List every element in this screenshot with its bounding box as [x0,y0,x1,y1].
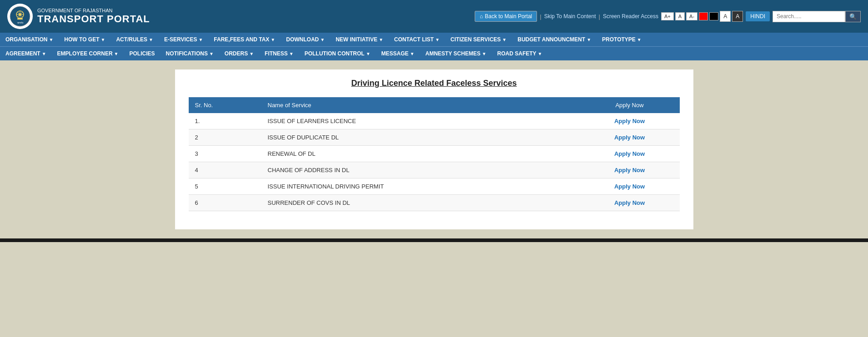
table-row: 3 RENEWAL OF DL Apply Now [189,146,680,162]
apply-now-link[interactable]: Apply Now [614,167,645,173]
caret-icon: ▼ [209,51,214,56]
cell-service: ISSUE INTERNATIONAL DRIVING PERMIT [261,178,580,195]
service-table: Sr. No. Name of Service Apply Now 1. ISS… [189,97,680,211]
cell-sr: 3 [189,146,261,162]
table-row: 5 ISSUE INTERNATIONAL DRIVING PERMIT App… [189,178,680,195]
apply-now-link[interactable]: Apply Now [614,150,645,157]
cell-sr: 4 [189,162,261,178]
caret-icon: ▼ [502,37,507,42]
font-normal-button[interactable]: A [675,12,685,20]
nav-item-citizen-services[interactable]: CITIZEN SERVICES ▼ [445,33,512,46]
header-right: ⌂ Back to Main Portal | Skip To Main Con… [475,11,861,22]
govt-label: GOVERNMENT OF RAJASTHAN [37,8,150,13]
apply-now-link[interactable]: Apply Now [614,199,645,206]
nav-item-contact-list[interactable]: CONTACT LIST ▼ [389,33,445,46]
caret-icon: ▼ [435,37,440,42]
logo-area: सत्यमेव GOVERNMENT OF RAJASTHAN TRANSPOR… [7,4,150,29]
font-size-controls: A+ A A- A A [661,11,743,22]
caret-icon: ▼ [637,37,642,42]
search-area: 🔍 [773,11,861,22]
nav-item-download[interactable]: DOWNLOAD ▼ [281,33,330,46]
nav-item-fitness[interactable]: FITNESS ▼ [259,47,299,60]
caret-icon: ▼ [198,37,203,42]
caret-icon: ▼ [587,37,591,42]
col-service-name: Name of Service [261,97,580,113]
caret-icon: ▼ [249,51,254,56]
caret-icon: ▼ [538,51,542,56]
caret-icon: ▼ [366,51,371,56]
cell-apply[interactable]: Apply Now [580,195,680,211]
header: सत्यमेव GOVERNMENT OF RAJASTHAN TRANSPOR… [0,0,868,33]
caret-icon: ▼ [482,51,487,56]
nav-item-amnesty-schemes[interactable]: AMNESTY SCHEMES ▼ [420,47,492,60]
cell-service: ISSUE OF DUPLICATE DL [261,129,580,146]
cell-apply[interactable]: Apply Now [580,162,680,178]
nav-item-notifications[interactable]: NOTIFICATIONS ▼ [161,47,219,60]
cell-sr: 6 [189,195,261,211]
footer-bar [0,238,868,242]
cell-service: CHANGE OF ADDRESS IN DL [261,162,580,178]
search-button[interactable]: 🔍 [845,11,861,22]
nav-item-agreement[interactable]: AGREEMENT ▼ [0,47,52,60]
color-red-button[interactable] [699,12,708,20]
color-black-button[interactable] [709,12,718,20]
search-input[interactable] [773,11,845,22]
nav-item-road-safety[interactable]: ROAD SAFETY ▼ [492,47,548,60]
portal-label: TRANSPORT PORTAL [37,13,150,25]
caret-icon: ▼ [100,37,105,42]
cell-service: SURRENDER OF COVS IN DL [261,195,580,211]
apply-now-link[interactable]: Apply Now [614,134,645,141]
caret-icon: ▼ [42,51,46,56]
cell-service: ISSUE OF LEARNERS LICENCE [261,113,580,129]
table-row: 2 ISSUE OF DUPLICATE DL Apply Now [189,129,680,146]
nav-item-orders[interactable]: ORDERS ▼ [219,47,259,60]
screen-reader-link[interactable]: Screen Reader Access [603,13,658,20]
col-apply-now: Apply Now [580,97,680,113]
logo-icon: सत्यमेव [7,4,33,29]
caret-icon: ▼ [271,37,275,42]
back-to-portal-button[interactable]: ⌂ Back to Main Portal [475,11,537,22]
font-decrease-button[interactable]: A- [686,12,697,20]
caret-icon: ▼ [320,37,325,42]
hindi-button[interactable]: HINDI [746,11,770,21]
cell-apply[interactable]: Apply Now [580,178,680,195]
nav-item-policies[interactable]: POLICIES [124,47,161,60]
cell-apply[interactable]: Apply Now [580,129,680,146]
content-box: Driving Licence Related Faceless Service… [175,69,693,229]
nav-item-fare-fees-tax[interactable]: FARE,FEES AND TAX ▼ [208,33,281,46]
nav-item-how-to-get[interactable]: HOW TO GET ▼ [59,33,110,46]
svg-rect-7 [17,18,23,20]
table-row: 6 SURRENDER OF COVS IN DL Apply Now [189,195,680,211]
nav-item-act-rules[interactable]: ACT/RULES ▼ [110,33,159,46]
page-title: Driving Licence Related Faceless Service… [189,79,680,88]
cell-apply[interactable]: Apply Now [580,146,680,162]
font-a-dark-button[interactable]: A [732,11,743,22]
font-increase-button[interactable]: A+ [661,12,674,20]
nav-item-new-initiative[interactable]: NEW INITIATIVE ▼ [330,33,389,46]
cell-service: RENEWAL OF DL [261,146,580,162]
nav-row-1: ORGANISATION ▼ HOW TO GET ▼ ACT/RULES ▼ … [0,33,868,46]
nav-item-message[interactable]: MESSAGE ▼ [376,47,420,60]
apply-now-link[interactable]: Apply Now [614,183,645,190]
cell-sr: 5 [189,178,261,195]
home-icon: ⌂ [480,13,483,20]
nav-item-e-services[interactable]: E-SERVICES ▼ [159,33,208,46]
content-wrapper: Driving Licence Related Faceless Service… [0,60,868,238]
caret-icon: ▼ [410,51,415,56]
apply-now-link[interactable]: Apply Now [614,118,645,124]
skip-to-main-link[interactable]: Skip To Main Content [544,13,596,20]
nav-item-organisation[interactable]: ORGANISATION ▼ [0,33,59,46]
nav-row-2: AGREEMENT ▼ EMPLOYEE CORNER ▼ POLICIES N… [0,46,868,60]
caret-icon: ▼ [379,37,383,42]
nav-item-pollution-control[interactable]: POLLUTION CONTROL ▼ [299,47,376,60]
logo-text: GOVERNMENT OF RAJASTHAN TRANSPORT PORTAL [37,8,150,25]
nav-item-prototype[interactable]: PROTOTYPE ▼ [597,33,647,46]
nav-item-budget[interactable]: BUDGET ANNOUNCMENT ▼ [512,33,597,46]
nav-item-employee-corner[interactable]: EMPLOYEE CORNER ▼ [52,47,124,60]
cell-apply[interactable]: Apply Now [580,113,680,129]
svg-text:सत्यमेव: सत्यमेव [17,21,24,24]
font-a-button[interactable]: A [720,11,731,22]
cell-sr: 2 [189,129,261,146]
table-header-row: Sr. No. Name of Service Apply Now [189,97,680,113]
caret-icon: ▼ [49,37,53,42]
